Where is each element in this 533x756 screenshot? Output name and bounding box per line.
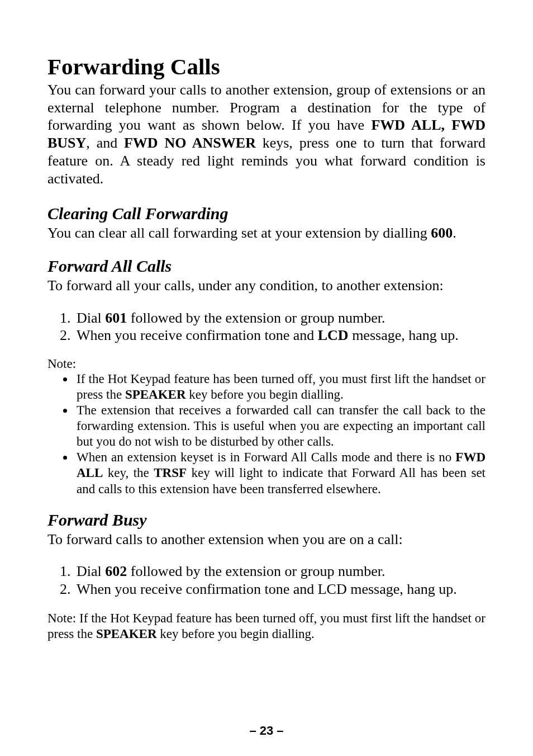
step-text: followed by the extension or group numbe… — [127, 310, 385, 326]
note-key: SPEAKER — [96, 627, 157, 641]
list-item: Dial 601 followed by the extension or gr… — [74, 309, 486, 327]
steps-fwd-busy: Dial 602 followed by the extension or gr… — [47, 563, 486, 598]
list-item: If the Hot Keypad feature has been turne… — [74, 371, 486, 403]
para-fwd-all: To forward all your calls, under any con… — [47, 277, 486, 295]
intro-paragraph: You can forward your calls to another ex… — [47, 81, 486, 187]
step-text: message, hang up. — [347, 581, 457, 597]
heading-clearing: Clearing Call Forwarding — [47, 204, 486, 223]
step-code: 602 — [105, 563, 127, 579]
step-text: Dial — [77, 563, 105, 579]
note-text: key before you begin dialling. — [157, 627, 315, 641]
step-code: 601 — [105, 310, 127, 326]
page-title: Forwarding Calls — [47, 53, 486, 80]
note-key: SPEAKER — [125, 388, 186, 401]
note-text: key before you begin dialling. — [186, 388, 344, 401]
note-label: Note: — [47, 357, 486, 371]
heading-fwd-all: Forward All Calls — [47, 257, 486, 276]
clearing-code: 600 — [431, 225, 453, 241]
intro-text-2: , and — [86, 135, 124, 151]
list-item: When you receive confirmation tone and L… — [74, 327, 486, 344]
notes-fwd-all: If the Hot Keypad feature has been turne… — [47, 371, 486, 497]
clearing-text-2: . — [453, 225, 456, 241]
intro-key-2: FWD NO ANSWER — [124, 135, 256, 151]
steps-fwd-all: Dial 601 followed by the extension or gr… — [47, 309, 486, 344]
note-text: key, the — [103, 466, 154, 480]
clearing-text-1: You can clear all call forwarding set at… — [47, 225, 431, 241]
step-text: message, hang up. — [349, 327, 459, 343]
list-item: The extension that receives a forwarded … — [74, 403, 486, 450]
list-item: When an extension keyset is in Forward A… — [74, 450, 486, 497]
step-text: followed by the extension or group numbe… — [127, 563, 385, 579]
para-fwd-busy: To forward calls to another extension wh… — [47, 531, 486, 549]
step-key: LCD — [318, 581, 347, 597]
step-key: LCD — [318, 327, 349, 343]
list-item: When you receive confirmation tone and L… — [74, 580, 486, 598]
note-fwd-busy: Note: If the Hot Keypad feature has been… — [47, 611, 486, 642]
step-text: When you receive confirmation tone and — [77, 581, 318, 597]
step-text: Dial — [77, 310, 105, 326]
page-number: – 23 – — [0, 724, 533, 738]
note-key: TRSF — [154, 466, 187, 480]
heading-fwd-busy: Forward Busy — [47, 511, 486, 530]
step-text: When you receive confirmation tone and — [77, 327, 318, 343]
note-text: When an extension keyset is in Forward A… — [77, 450, 455, 464]
para-clearing: You can clear all call forwarding set at… — [47, 224, 486, 242]
list-item: Dial 602 followed by the extension or gr… — [74, 563, 486, 580]
